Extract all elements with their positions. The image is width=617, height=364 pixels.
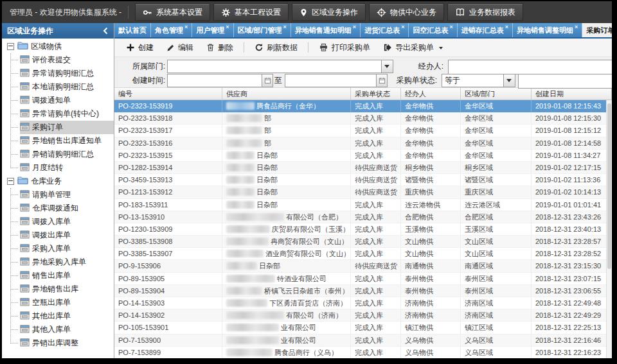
table-row[interactable]: PO-2323-153917部完成入库金华物供金华区域2019-01-08 12… [114,125,612,137]
column-header-供应商[interactable]: 供应商 [222,88,351,100]
menu-region-business-operations[interactable]: 区域业务操作 [292,3,366,21]
tab-采购订单[interactable]: 采购订单× [582,23,612,37]
tab-close-icon[interactable]: × [353,23,356,31]
tab-回空汇总表[interactable]: 回空汇总表× [409,23,457,37]
table-row[interactable]: PO-1282-153914日杂部待供应商送货桐乡物供桐乡区域2019-01-0… [114,162,612,174]
table-row[interactable]: PO-1213-153912日杂部待供应商送货重庆物供重庆区域2019-01-0… [114,186,612,198]
sidebar-item-采购订单[interactable]: 采购订单 [2,121,114,134]
window-icon [20,55,30,65]
tab-进销存汇总表[interactable]: 进销存汇总表× [458,23,513,37]
tree-collapse-icon[interactable] [7,178,14,185]
status-filter-input[interactable] [518,74,612,89]
sidebar-group-区域物供[interactable]: 区域物供 [2,40,114,53]
cell-operator: 义乌物供 [401,334,461,346]
cell-date: 2019-01-02 12:17:15 [532,162,612,173]
print-order-button[interactable]: 打印采购单 [314,40,375,55]
cell-operator: 金华物供 [401,125,461,136]
calendar-icon[interactable] [262,74,273,87]
status-operator-combobox[interactable]: 等于 [442,74,515,87]
table-row[interactable]: PO-3385-153907酒业商贸有限公司（文山）完成入库文山物供文山区域20… [114,248,612,260]
menu-business-data-reports[interactable]: 业务数据报表 [447,3,523,21]
created-to-date-input[interactable] [285,74,388,87]
table-row[interactable]: PO-13-153910有限公司（合肥）完成入库合肥物供合肥区域2018-12-… [114,211,612,223]
table-row[interactable]: PO-183-153911日杂部完成入库连云港物供连云港区域2019-01-01… [114,199,612,211]
calendar-icon[interactable] [376,74,387,87]
edit-button[interactable]: 编辑 [161,40,199,55]
column-header-采购单状态[interactable]: 采购单状态 [351,88,401,100]
tab-close-icon[interactable]: × [401,23,404,31]
tree-collapse-icon[interactable] [7,43,14,50]
tab-close-icon[interactable]: × [505,23,508,31]
menu-system-basic-settings[interactable]: 系统基本设置 [135,3,210,21]
sidebar-item-空瓶出库单[interactable]: 空瓶出库单 [2,296,114,309]
tab-进货汇总表[interactable]: 进货汇总表× [361,23,409,37]
sidebar-item-异常请购明细汇总[interactable]: 异常请购明细汇总 [2,67,114,80]
column-header-编号[interactable]: 编号 [114,88,222,100]
table-row[interactable]: PO-3459-153913日杂部待供应商送货诸暨物供诸暨区域2019-01-0… [114,174,612,186]
table-row[interactable]: PO-14-153903下区勇清百货店（济南）完成入库济南物供济南区域2018-… [114,297,612,309]
tab-home[interactable]: 默认首页 [114,23,151,37]
sidebar-item-本地请购明细汇总[interactable]: 本地请购明细汇总 [2,80,114,94]
tab-异地销售调整明细[interactable]: 异地销售调整明细× [513,23,582,37]
table-row[interactable]: PO-1230-153909庆贸易有限公司（玉溪）完成入库玉溪物供玉溪区域201… [114,223,612,236]
table-row[interactable]: PO-105-153901业有限公司完成入库镇江物供镇江区域2018-12-31… [114,322,612,334]
sidebar-item-调拨入库单[interactable]: 调拨入库单 [2,215,114,229]
sidebar-item-月度结转[interactable]: 月度结转 [2,161,114,175]
sidebar-item-异地销售出库通知单[interactable]: 异地销售出库通知单 [2,134,114,148]
sidebar-item-调拨出库单[interactable]: 调拨出库单 [2,229,114,242]
sidebar-item-销售出库单[interactable]: 销售出库单 [2,269,114,282]
sidebar-item-异销出库调整[interactable]: 异销出库调整 [2,336,114,350]
column-header-经办人[interactable]: 经办人 [401,88,461,100]
create-button[interactable]: 创建 [121,40,159,55]
sidebar-item-异常请购单(转中心)[interactable]: 异常请购单(转中心) [2,107,114,121]
sidebar-collapse-button[interactable] [102,27,109,35]
column-header-创建日期[interactable]: 创建日期 [532,88,612,100]
tab-异地销售通知明细[interactable]: 异地销售通知明细× [291,23,361,37]
menu-supply-center-business[interactable]: 物供中心业务 [369,3,444,21]
sidebar-item-评价表提交[interactable]: 评价表提交 [2,53,114,67]
table-row[interactable]: PO-2323-153915日杂部完成入库金华物供金华区域2019-01-08 … [114,150,612,162]
table-scrollbar[interactable] [606,100,612,358]
tab-close-icon[interactable]: × [184,23,188,31]
tab-close-icon[interactable]: × [575,23,578,31]
sidebar-item-异地销售出库[interactable]: 异地销售出库 [2,282,114,296]
table-row[interactable]: PO-2323-153916部完成入库金华物供金华区域2019-01-08 12… [114,137,612,150]
sidebar-item-其他出库单[interactable]: 其他出库单 [2,309,114,323]
sidebar-item-采购入库单[interactable]: 采购入库单 [2,242,114,256]
table-row[interactable]: PO-3385-153908冉商贸有限公司（文山）完成入库文山物供文山区域201… [114,236,612,248]
refresh-button[interactable]: 刷新数据 [249,40,303,55]
sidebar-item-调拨通知单[interactable]: 调拨通知单 [2,94,114,107]
dropdown-arrow-icon[interactable] [381,60,393,73]
sidebar-item-仓库调拨通知[interactable]: 仓库调拨通知 [2,202,114,215]
table-row[interactable]: PO-2323-153919腾食品商行（金华）完成入库金华物供金华区域2019-… [114,100,612,112]
table-row[interactable]: PO-7-153899腾食品商行（义乌）完成入库义乌物供义乌区域2018-12-… [114,347,612,358]
delete-button[interactable]: 删除 [201,40,238,55]
menu-basic-project-settings[interactable]: 基本工程设置 [213,3,289,21]
dept-filter-combobox[interactable] [167,60,393,73]
sidebar-item-其他入库单[interactable]: 其他入库单 [2,323,114,336]
tab-close-icon[interactable]: × [449,23,452,31]
tab-区域/部门管理[interactable]: 区域/部门管理× [234,23,291,37]
table-row[interactable]: PO-89-153905特酒业有限公司完成入库泰州物供泰州区域2018-12-3… [114,273,612,285]
sidebar-item-异销请购明细汇总[interactable]: 异销请购明细汇总 [2,148,114,161]
sidebar-item-异地采购入库单[interactable]: 异地采购入库单 [2,256,114,269]
tree-connector [11,114,18,114]
tab-角色管理[interactable]: 角色管理× [151,23,192,37]
dropdown-arrow-icon[interactable] [503,74,515,87]
column-header-区域/部门[interactable]: 区域/部门 [461,88,532,100]
scrollbar-thumb[interactable] [607,103,611,269]
operator-filter-input[interactable] [448,60,612,74]
window-icon [20,204,30,214]
table-row[interactable]: PO-14-153902有限公司（济南）完成入库济南物供济南区域2018-12-… [114,309,612,322]
table-row[interactable]: PO-9-153906日杂部待供应商送货南通物供南通区域2018-12-31 2… [114,260,612,272]
created-from-date-input[interactable] [167,74,273,87]
table-row[interactable]: PO-2323-153918部完成入库金华物供金华区域2019-01-08 12… [114,112,612,125]
sidebar-group-仓库业务[interactable]: 仓库业务 [2,175,114,188]
table-row[interactable]: PO-89-153904桥镇飞云日杂超市（泰州）完成入库泰州物供泰州区域2018… [114,285,612,297]
tab-close-icon[interactable]: × [226,23,229,31]
export-order-button[interactable]: 导出采购单 [378,40,448,55]
sidebar-item-请购单管理[interactable]: 请购单管理 [2,188,114,202]
tab-用户管理[interactable]: 用户管理× [192,23,233,37]
table-row[interactable]: PO-7-153900业有限公司完成入库义乌物供义乌区域2018-12-31 2… [114,334,612,347]
tab-close-icon[interactable]: × [283,23,287,31]
